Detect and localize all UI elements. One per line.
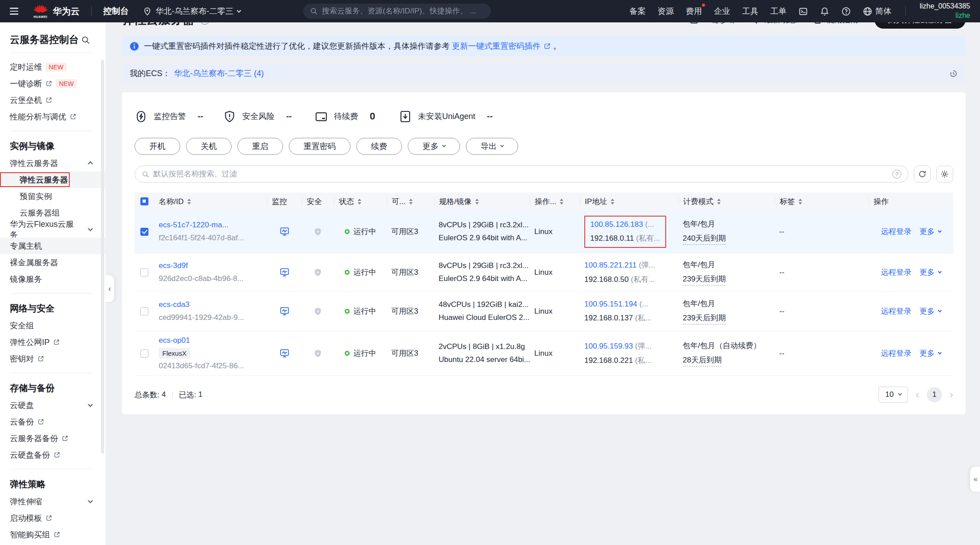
sort-icon[interactable] [358, 199, 361, 204]
language-switcher[interactable]: 简体 [863, 6, 891, 17]
reset-password-button[interactable]: 重置密码 [289, 138, 351, 155]
column-header-os[interactable]: 操作... [530, 197, 580, 206]
sidebar-item-smart-buy[interactable]: 智能购买组 [10, 526, 106, 543]
external-link-icon[interactable] [544, 43, 551, 50]
history-refresh-icon[interactable] [949, 69, 958, 78]
eip-link[interactable]: 100.85.126.183 [590, 220, 643, 229]
sidebar-item-csbs[interactable]: 云服务器备份 [10, 430, 106, 447]
row-more-link[interactable]: 更多 [920, 267, 941, 277]
column-header-tag[interactable]: 标签 [775, 197, 869, 206]
account-menu[interactable]: lizhe_00534385 lizhe [920, 2, 970, 21]
sidebar-item-evs[interactable]: 云硬盘 [10, 397, 106, 413]
row-checkbox[interactable] [140, 268, 148, 277]
console-link[interactable]: 控制台 [103, 5, 129, 17]
row-more-link[interactable]: 更多 [920, 348, 941, 358]
sort-icon[interactable] [798, 199, 802, 204]
billing-expiry[interactable]: 239天后到期 [683, 313, 726, 324]
sidebar-item-profiling[interactable]: 性能分析与调优 [10, 108, 106, 125]
sort-icon[interactable] [717, 199, 721, 204]
row-more-link[interactable]: 更多 [920, 226, 941, 237]
column-header-az[interactable]: 可... [387, 197, 434, 206]
eip-link[interactable]: 100.95.151.194 [584, 300, 637, 308]
eip-link[interactable]: 100.95.159.93 [584, 342, 633, 350]
column-header-spec[interactable]: 规格/镜像 [434, 197, 530, 206]
menu-ticket[interactable]: 工单 [770, 6, 786, 17]
remote-login-link[interactable]: 远程登录 [881, 267, 912, 277]
sidebar-item-keypair[interactable]: 密钥对 [10, 350, 106, 367]
page-size-select[interactable]: 10 [879, 387, 908, 403]
right-panel-handle[interactable]: « [970, 466, 980, 492]
stop-button[interactable]: 关机 [186, 138, 232, 155]
column-header-billing[interactable]: 计费模式 [678, 197, 775, 206]
renew-button[interactable]: 续费 [356, 138, 402, 155]
table-row[interactable]: ecs-op01 FlexusX 02413d65-fcd7-4f25-86..… [135, 331, 953, 376]
sidebar-item-launch-template[interactable]: 启动模板 [10, 510, 106, 526]
billing-expiry[interactable]: 28天后到期 [683, 355, 722, 366]
server-name-link[interactable]: ecs-51c7-1220-ma... [159, 221, 262, 230]
region-selector[interactable]: 华北-乌兰察布-二零三 [143, 6, 241, 17]
huawei-logo[interactable]: HUAWEI [34, 4, 47, 18]
sidebar-item-ecs[interactable]: 弹性云服务器 [0, 171, 106, 188]
column-header-name[interactable]: 名称/ID [154, 197, 267, 206]
sort-icon[interactable] [475, 199, 479, 204]
cli-terminal-icon[interactable] [798, 7, 808, 16]
row-checkbox[interactable] [140, 349, 148, 358]
table-row[interactable]: ecs-3d9f 926d2ec0-c8ab-4b96-8... 运行中 可用区… [135, 253, 953, 292]
security-shield-icon[interactable] [313, 307, 322, 316]
remote-login-link[interactable]: 远程登录 [881, 226, 912, 237]
current-page[interactable]: 1 [927, 387, 942, 402]
server-name-link[interactable]: ecs-cda3 [159, 300, 262, 309]
monitoring-icon[interactable] [279, 226, 290, 237]
sidebar-item-security-groups[interactable]: 安全组 [10, 317, 106, 334]
table-row[interactable]: ecs-cda3 ced99941-1929-42ab-9... 运行中 可用区… [135, 292, 953, 331]
banner-link[interactable]: 更新一键式重置密码插件 [452, 41, 541, 51]
menu-beian[interactable]: 备案 [629, 6, 646, 17]
sidebar-item-flexus[interactable]: 华为云Flexus云服务 [10, 221, 106, 238]
sidebar-scrollbar[interactable] [101, 60, 104, 454]
sidebar-item-auto-scaling[interactable]: 弹性伸缩 [10, 493, 106, 510]
notification-bell-icon[interactable] [820, 7, 829, 16]
global-search-input[interactable] [322, 7, 484, 16]
server-name-link[interactable]: ecs-3d9f [159, 261, 262, 270]
sidebar-search-icon[interactable] [81, 35, 90, 45]
more-actions-button[interactable]: 更多 [408, 138, 460, 155]
hamburger-menu-icon[interactable] [10, 8, 18, 14]
search-help-icon[interactable]: ? [892, 170, 901, 179]
next-page-button[interactable]: › [950, 389, 953, 400]
monitoring-icon[interactable] [279, 267, 290, 277]
security-shield-icon[interactable] [313, 227, 322, 237]
sidebar-item-eip[interactable]: 弹性公网IP [10, 334, 106, 350]
row-checkbox[interactable] [140, 307, 148, 315]
table-settings-button[interactable] [936, 166, 953, 183]
summary-security-risk[interactable]: 安全风险 -- [223, 110, 315, 123]
refresh-button[interactable] [914, 166, 931, 183]
column-header-status[interactable]: 状态 [334, 197, 387, 206]
table-search-input[interactable] [153, 170, 888, 179]
sidebar-item-timed-ops[interactable]: 定时运维 NEW [10, 59, 106, 75]
security-shield-icon[interactable] [313, 349, 322, 358]
table-row[interactable]: ecs-51c7-1220-ma... f2c164f1-5f24-407d-8… [135, 210, 953, 253]
sidebar-item-dedicated-host[interactable]: 专属主机 [0, 238, 106, 254]
server-name-link[interactable]: ecs-op01 [159, 336, 262, 345]
remote-login-link[interactable]: 远程登录 [881, 348, 912, 358]
summary-pending-renewal[interactable]: 待续费 0 [315, 110, 399, 123]
export-button[interactable]: 导出 [466, 138, 518, 155]
column-header-ip[interactable]: IP地址 [580, 197, 678, 206]
row-more-link[interactable]: 更多 [920, 306, 941, 316]
prev-page-button[interactable]: ‹ [916, 389, 919, 400]
sidebar-item-cbr[interactable]: 云备份 [10, 413, 106, 430]
select-all-checkbox[interactable] [140, 197, 148, 205]
summary-uniagent[interactable]: 未安装UniAgent -- [399, 110, 493, 123]
menu-billing[interactable]: 费用 [686, 6, 702, 17]
sidebar-item-cbh[interactable]: 云堡垒机 [10, 92, 106, 108]
row-checkbox[interactable] [140, 228, 148, 236]
sort-icon[interactable] [560, 199, 563, 204]
security-shield-icon[interactable] [313, 268, 322, 277]
sort-icon[interactable] [409, 199, 413, 204]
menu-resources[interactable]: 资源 [658, 6, 674, 17]
sort-icon[interactable] [611, 199, 614, 204]
sidebar-item-vbs[interactable]: 云硬盘备份 [10, 447, 106, 463]
menu-tools[interactable]: 工具 [742, 6, 758, 17]
sidebar-collapse-handle[interactable]: ‹ [106, 275, 114, 302]
sidebar-item-one-click-diagnosis[interactable]: 一键诊断 NEW [10, 75, 106, 92]
